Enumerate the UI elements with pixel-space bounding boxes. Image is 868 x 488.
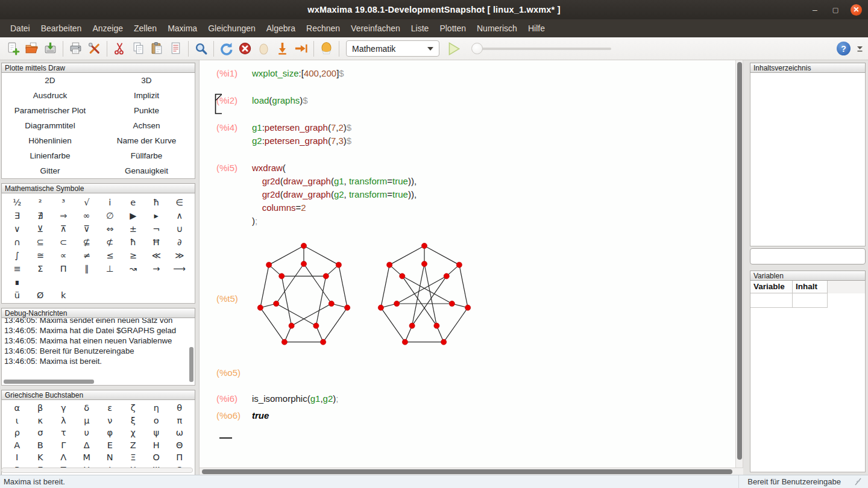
save-button[interactable] <box>41 39 60 58</box>
math-symbol-button[interactable]: ≤ <box>98 249 122 262</box>
animation-slider[interactable] <box>471 40 611 57</box>
draw-button-ausdruck[interactable]: Ausdruck <box>2 89 98 102</box>
copy-button[interactable] <box>129 39 148 58</box>
greek-letter-button[interactable]: Ο <box>145 451 168 464</box>
math-symbol-button[interactable]: ħ <box>122 236 145 249</box>
math-symbol-button[interactable]: e <box>122 196 145 209</box>
math-symbol-button[interactable]: √ <box>75 196 99 209</box>
math-symbol-button[interactable]: ² <box>29 196 52 209</box>
greek-letter-button[interactable]: Γ <box>52 439 75 452</box>
math-symbol-button[interactable]: ⇔ <box>98 222 122 236</box>
cell-bracket[interactable] <box>215 93 223 117</box>
math-symbol-button[interactable]: ⇒ <box>52 209 75 222</box>
greek-letter-button[interactable]: υ <box>75 427 99 439</box>
worksheet-cell[interactable]: (%i2)load(graphs)$ <box>209 95 735 108</box>
minimize-button[interactable]: – <box>810 4 820 15</box>
draw-button-diagrammtitel[interactable]: Diagrammtitel <box>2 119 98 132</box>
cell-code[interactable]: load(graphs)$ <box>252 95 308 108</box>
math-symbol-button[interactable]: ⊆ <box>29 236 52 249</box>
greek-letter-button[interactable]: β <box>29 402 52 414</box>
greek-letter-button[interactable]: τ <box>52 427 75 439</box>
cell-code[interactable]: wxplot_size:[400,200]$ <box>252 68 344 81</box>
greek-letter-button[interactable]: κ <box>29 414 52 427</box>
greek-letter-button[interactable]: π <box>168 414 192 427</box>
worksheet-image-cell[interactable]: (%t5) <box>209 243 735 354</box>
eval-to-point-button[interactable] <box>273 39 292 58</box>
math-symbol-button[interactable]: ± <box>122 222 145 236</box>
draw-button-name-der-kurve[interactable]: Name der Kurve <box>98 134 195 147</box>
slider-knob[interactable] <box>471 43 483 54</box>
math-symbol-button[interactable]: ∅ <box>98 209 122 222</box>
math-symbol-button[interactable]: ⊄ <box>98 236 122 249</box>
print-button[interactable] <box>66 39 85 58</box>
greek-letter-button[interactable]: Δ <box>75 439 99 452</box>
menu-bearbeiten[interactable]: Bearbeiten <box>36 21 87 36</box>
math-symbol-button[interactable]: ∧ <box>168 209 192 222</box>
greek-letter-button[interactable]: Ι <box>5 451 29 464</box>
maximize-button[interactable]: ▢ <box>830 4 841 15</box>
math-symbol-button[interactable]: ∂ <box>168 236 192 249</box>
menu-hilfe[interactable]: Hilfe <box>523 21 550 36</box>
greek-letter-button[interactable]: χ <box>122 427 145 439</box>
draw-button-implizit[interactable]: Implizit <box>98 89 195 102</box>
greek-letter-button[interactable]: Π <box>168 451 192 464</box>
greek-letter-button[interactable]: Ξ <box>122 451 145 464</box>
greek-letter-button[interactable]: α <box>5 402 29 414</box>
math-symbol-button[interactable]: ⊼ <box>52 222 75 236</box>
greek-letter-button[interactable]: ζ <box>122 402 145 414</box>
menu-plotten[interactable]: Plotten <box>434 21 471 36</box>
close-button[interactable]: ✕ <box>851 4 862 16</box>
math-symbol-button[interactable]: ¬ <box>145 222 168 236</box>
greek-letter-button[interactable]: θ <box>168 402 192 414</box>
greek-letter-button[interactable]: φ <box>98 427 122 439</box>
math-symbol-button[interactable]: ⊂ <box>52 236 75 249</box>
math-symbol-button[interactable]: ⊽ <box>75 222 99 236</box>
worksheet-vscroll-thumb[interactable] <box>737 62 742 460</box>
draw-button-linienfarbe[interactable]: Linienfarbe <box>2 149 98 162</box>
math-symbol-button[interactable]: ü <box>5 289 29 302</box>
math-symbol-button[interactable]: ▸ <box>145 209 168 222</box>
math-symbol-button[interactable]: Ħ <box>145 236 168 249</box>
math-symbol-button[interactable]: ∨ <box>5 222 29 236</box>
greek-letter-button[interactable]: ω <box>168 427 192 439</box>
variables-empty-row[interactable] <box>750 293 865 308</box>
sidebar-splitter[interactable] <box>743 60 747 475</box>
draw-button-h-henlinien[interactable]: Höhenlinien <box>2 134 98 147</box>
math-symbol-button[interactable]: ⊥ <box>98 262 122 275</box>
play-animation-button[interactable] <box>444 39 463 58</box>
math-symbol-button[interactable]: ▶ <box>122 209 145 222</box>
math-symbol-button[interactable]: Ø <box>29 289 52 302</box>
greek-letter-button[interactable]: Θ <box>168 439 192 452</box>
cell-code[interactable]: is_isomorphic(g1,g2); <box>252 393 338 407</box>
math-symbol-button[interactable]: ⊻ <box>29 222 52 236</box>
draw-button-punkte[interactable]: Punkte <box>98 104 195 117</box>
math-symbol-button[interactable]: ⟶ <box>168 262 192 275</box>
math-symbol-button[interactable]: ∈ <box>168 196 192 209</box>
toc-filter-input[interactable] <box>750 248 866 264</box>
menu-vereinfachen[interactable]: Vereinfachen <box>345 21 406 36</box>
worksheet-cell[interactable]: (%i1)wxplot_size:[400,200]$ <box>209 68 735 81</box>
greek-letter-button[interactable]: ο <box>145 414 168 427</box>
math-symbol-button[interactable]: Π <box>52 262 75 275</box>
math-symbol-button[interactable]: ↝ <box>122 262 145 275</box>
greek-letter-button[interactable]: η <box>145 402 168 414</box>
worksheet-hscroll[interactable] <box>200 468 743 475</box>
variables-col-variable[interactable]: Variable <box>750 281 793 293</box>
math-symbol-button[interactable]: ≫ <box>168 249 192 262</box>
draw-button-achsen[interactable]: Achsen <box>98 119 195 132</box>
greek-letter-button[interactable]: ν <box>98 414 122 427</box>
left-sidebar-hscroll[interactable] <box>1 468 193 473</box>
worksheet[interactable]: (%i1)wxplot_size:[400,200]$(%i2)load(gra… <box>200 60 735 468</box>
greek-letter-button[interactable]: Α <box>5 439 29 452</box>
greek-letter-button[interactable]: λ <box>52 414 75 427</box>
cut-button[interactable] <box>110 39 129 58</box>
greek-letter-button[interactable]: Β <box>29 439 52 452</box>
math-symbol-button[interactable]: ½ <box>5 196 29 209</box>
greek-letter-button[interactable]: Ε <box>98 439 122 452</box>
paste-button[interactable] <box>148 39 166 58</box>
math-symbol-button[interactable]: ⊈ <box>75 236 99 249</box>
greek-letter-button[interactable]: δ <box>75 402 99 414</box>
math-symbol-button[interactable]: ∫ <box>5 249 29 262</box>
find-button[interactable] <box>192 39 210 58</box>
eval-rest-button[interactable] <box>292 39 310 58</box>
